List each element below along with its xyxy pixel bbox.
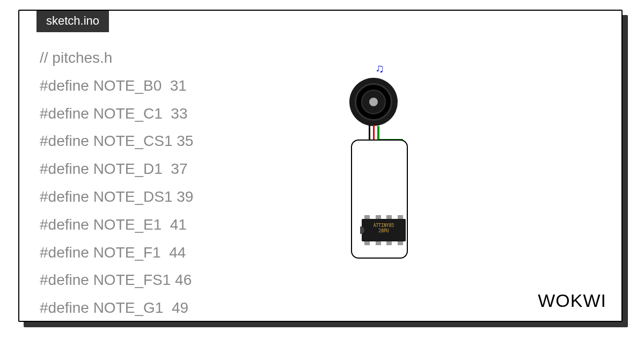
code-line: #define NOTE_CS1 35 — [40, 133, 193, 149]
chip-pin — [386, 215, 392, 219]
file-tab[interactable]: sketch.ino — [36, 10, 109, 32]
code-line: #define NOTE_FS1 46 — [40, 271, 192, 288]
code-line: #define NOTE_C1 33 — [40, 105, 188, 122]
circuit-diagram[interactable]: ♫ ATTINY85 20PU — [288, 62, 502, 287]
code-line: #define NOTE_E1 41 — [40, 216, 187, 233]
file-tab-label: sketch.ino — [46, 14, 99, 27]
code-line: #define NOTE_G1 49 — [40, 299, 188, 316]
chip-pin — [398, 215, 403, 219]
chip-pin — [376, 241, 381, 245]
chip-pin — [364, 215, 370, 219]
code-line: #define NOTE_B0 31 — [40, 77, 187, 94]
chip-pin — [398, 241, 403, 245]
chip-pins — [364, 241, 403, 245]
code-line: #define NOTE_F1 44 — [40, 244, 186, 261]
code-editor[interactable]: // pitches.h #define NOTE_B0 31 #define … — [40, 44, 193, 322]
chip-pins — [364, 215, 403, 219]
code-line: #define NOTE_DS1 39 — [40, 188, 193, 205]
music-note-icon: ♫ — [375, 62, 384, 76]
buzzer-hole — [369, 98, 378, 106]
chip-label: ATTINY85 20PU — [371, 223, 397, 233]
chip-label-line2: 20PU — [371, 229, 397, 234]
chip-label-line1: ATTINY85 — [371, 223, 397, 229]
wokwi-logo: WOKWI — [538, 290, 606, 311]
chip-pin — [364, 241, 370, 245]
wire-red[interactable] — [373, 125, 375, 140]
preview-card: sketch.ino // pitches.h #define NOTE_B0 … — [18, 10, 623, 322]
chip-pin — [376, 215, 381, 219]
code-line: #define NOTE_D1 37 — [40, 160, 188, 177]
code-line: // pitches.h — [40, 49, 112, 66]
wire-black[interactable] — [369, 125, 370, 140]
buzzer-component[interactable] — [349, 78, 398, 126]
chip-pin — [386, 241, 392, 245]
